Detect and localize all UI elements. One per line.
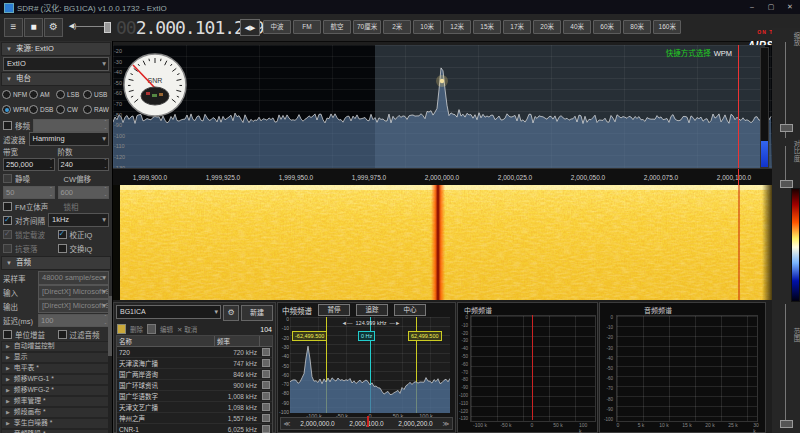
station-checkbox[interactable] — [262, 392, 270, 400]
source-select[interactable]: ExtIO — [3, 57, 109, 71]
edit-button[interactable]: 编辑 — [160, 324, 173, 334]
band-preset-button[interactable]: 60米 — [593, 20, 621, 34]
plugin-section-header[interactable]: 孪生白噪器 * — [1, 418, 111, 429]
band-preset-button[interactable]: 70厘米 — [353, 20, 381, 34]
station-checkbox-cell[interactable] — [260, 414, 272, 423]
demod-mode-radio[interactable]: RAW — [83, 105, 110, 114]
demod-mode-radio[interactable]: AM — [29, 90, 56, 99]
close-button[interactable]: ✕ — [782, 1, 798, 12]
new-file-icon[interactable] — [117, 324, 126, 334]
snap-checkbox[interactable] — [3, 216, 12, 225]
anti-fading-checkbox[interactable] — [3, 244, 12, 253]
name-column-header[interactable]: 名称 — [117, 336, 215, 346]
volume-slider-handle[interactable] — [104, 22, 111, 33]
audio-spectrum-grid[interactable] — [616, 315, 758, 422]
start-stop-icon[interactable]: ■ — [24, 18, 43, 37]
station-checkbox-cell[interactable] — [260, 381, 272, 390]
if-spectrum-grid[interactable] — [470, 315, 596, 422]
order-input[interactable]: 240 — [58, 158, 110, 171]
center-button[interactable]: 中心 — [394, 304, 426, 316]
station-checkbox-cell[interactable] — [260, 425, 272, 433]
freq-column-header[interactable]: 频率 — [215, 336, 260, 346]
spectrum-display[interactable]: -20-30-40-50-60-70-80-90-100-110-120-130… — [113, 45, 772, 168]
audio-section-header[interactable]: 音频 — [1, 256, 111, 270]
band-preset-button[interactable]: 40米 — [563, 20, 591, 34]
frequency-table-row[interactable]: CNR-1 6,025 kHz — [117, 424, 272, 433]
nav-frequency[interactable]: 2,000,200.0 — [398, 420, 432, 427]
step-size-select[interactable]: 1kHz — [48, 213, 109, 227]
station-checkbox-cell[interactable] — [260, 348, 272, 357]
band-preset-button[interactable]: 中波 — [263, 20, 291, 34]
maximize-button[interactable]: ▢ — [763, 1, 779, 12]
tuned-frequency-line[interactable] — [738, 45, 739, 168]
new-entry-button[interactable]: 新建 — [241, 305, 273, 321]
swap-iq-checkbox[interactable] — [58, 244, 67, 253]
station-checkbox[interactable] — [262, 348, 270, 356]
frequency-table-row[interactable]: 国广环球资讯 900 kHz — [117, 380, 272, 391]
frequency-group-select[interactable]: BG1ICA — [116, 305, 221, 319]
squelch-checkbox[interactable] — [3, 174, 12, 183]
frequency-table-row[interactable]: 720 720 kHz — [117, 347, 272, 358]
station-checkbox-cell[interactable] — [260, 403, 272, 412]
sidebar-scrollbar-thumb[interactable] — [108, 296, 112, 356]
squelch-input[interactable]: 50 — [3, 186, 55, 199]
demod-mode-radio[interactable]: LSB — [56, 90, 83, 99]
station-checkbox[interactable] — [262, 370, 270, 378]
cancel-button[interactable]: ✕ 取消 — [177, 324, 197, 334]
radio-section-header[interactable]: 电台 — [1, 72, 111, 86]
zoom-slider-handle[interactable] — [780, 124, 793, 132]
frequency-table-header[interactable]: 名称 频率 — [117, 336, 272, 347]
edit-icon[interactable] — [147, 324, 156, 334]
frequency-table-row[interactable]: 国广两岸咨询 846 kHz — [117, 369, 272, 380]
nav-right-icon[interactable]: ≫ — [440, 420, 452, 428]
plugin-section-header[interactable]: 电平表 * — [1, 363, 111, 374]
station-checkbox[interactable] — [262, 403, 270, 411]
band-preset-button[interactable]: 2米 — [383, 20, 411, 34]
nav-frequency[interactable]: 2,000,000.0 — [300, 420, 334, 427]
band-preset-button[interactable]: 航空 — [323, 20, 351, 34]
frequency-table-row[interactable]: 天津滨海广播 747 kHz — [117, 358, 272, 369]
plugin-section-header[interactable]: 显示 — [1, 352, 111, 363]
station-checkbox-cell[interactable] — [260, 370, 272, 379]
plugin-section-header[interactable]: 频移WFG-2 * — [1, 385, 111, 396]
lock-carrier-checkbox[interactable] — [3, 230, 12, 239]
plugin-section-header[interactable]: 频段画布 * — [1, 407, 111, 418]
frequency-scale[interactable]: 1,999,900.01,999,925.01,999,950.01,999,9… — [113, 168, 772, 185]
frequency-step-toggle[interactable]: ◀▶ — [240, 19, 260, 36]
cw-shift-input[interactable]: 600 — [58, 186, 110, 199]
frequency-table-row[interactable]: 神州之声 1,557 kHz — [117, 413, 272, 424]
plugin-section-header[interactable]: 频率管理 * — [1, 396, 111, 407]
demod-mode-radio[interactable]: CW — [56, 105, 83, 114]
filter-audio-checkbox[interactable] — [58, 330, 67, 339]
range-slider-track[interactable] — [785, 304, 786, 426]
band-preset-button[interactable]: 15米 — [473, 20, 501, 34]
demod-mode-radio[interactable]: DSB — [29, 105, 56, 114]
demod-mode-radio[interactable]: NFM — [2, 90, 29, 99]
frequency-table-row[interactable]: 国广华语数字 1,008 kHz — [117, 391, 272, 402]
demod-mode-radio[interactable]: USB — [83, 90, 110, 99]
menu-icon[interactable]: ≡ — [4, 18, 23, 37]
audio-input-select[interactable]: [DirectX] Microsoft So — [38, 285, 109, 299]
bandwidth-input[interactable]: 250,000 — [3, 158, 55, 171]
demod-mode-radio[interactable]: WFM — [2, 105, 29, 114]
samplerate-select[interactable]: 48000 sample/sec — [38, 271, 109, 285]
frequency-table-row[interactable]: 天津文艺广播 1,098 kHz — [117, 402, 272, 413]
station-checkbox-cell[interactable] — [260, 359, 272, 368]
station-checkbox[interactable] — [262, 414, 270, 422]
delete-button[interactable]: 删除 — [130, 324, 143, 334]
gear-icon[interactable]: ⚙ — [44, 18, 63, 37]
track-button[interactable]: 追踪 — [356, 304, 388, 316]
frequency-manager-gear-icon[interactable]: ⚙ — [223, 305, 239, 321]
correct-iq-checkbox[interactable] — [58, 230, 67, 239]
range-slider-handle[interactable] — [780, 420, 793, 428]
fm-stereo-checkbox[interactable] — [3, 202, 12, 211]
band-preset-button[interactable]: 17米 — [503, 20, 531, 34]
contrast-slider-handle[interactable] — [780, 180, 793, 188]
band-preset-button[interactable]: 80米 — [623, 20, 651, 34]
plugin-section-header[interactable]: 音频降噪 * — [1, 429, 111, 433]
unity-gain-checkbox[interactable] — [3, 330, 12, 339]
station-checkbox-cell[interactable] — [260, 392, 272, 401]
band-preset-button[interactable]: 12米 — [443, 20, 471, 34]
pause-button[interactable]: 暂停 — [318, 304, 350, 316]
nav-left-icon[interactable]: ≪ — [281, 420, 293, 428]
